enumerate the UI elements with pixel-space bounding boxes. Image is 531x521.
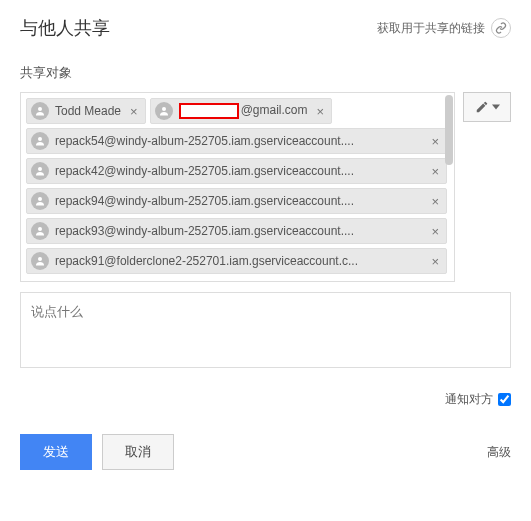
permission-dropdown[interactable]	[463, 92, 511, 122]
remove-chip[interactable]: ×	[314, 104, 328, 119]
notify-checkbox[interactable]	[498, 393, 511, 406]
chip-label: repack42@windy-album-252705.iam.gservice…	[55, 164, 422, 178]
person-icon	[31, 162, 49, 180]
cancel-button[interactable]: 取消	[102, 434, 174, 470]
remove-chip[interactable]: ×	[428, 134, 442, 149]
svg-point-6	[38, 257, 42, 261]
chip-label: Todd Meade	[55, 104, 121, 118]
share-with-label: 共享对象	[20, 64, 511, 82]
person-icon	[31, 222, 49, 240]
remove-chip[interactable]: ×	[428, 194, 442, 209]
person-icon	[155, 102, 173, 120]
notify-label: 通知对方	[445, 391, 493, 408]
caret-down-icon	[492, 103, 500, 111]
remove-chip[interactable]: ×	[428, 254, 442, 269]
person-chip[interactable]: repack91@folderclone2-252701.iam.gservic…	[26, 248, 447, 274]
link-icon	[491, 18, 511, 38]
person-chip[interactable]: repack42@windy-album-252705.iam.gservice…	[26, 158, 447, 184]
pencil-icon	[475, 100, 489, 114]
chip-label: @gmail.com	[179, 103, 308, 119]
people-input[interactable]: Todd Meade×@gmail.com×repack54@windy-alb…	[20, 92, 455, 282]
svg-point-2	[38, 137, 42, 141]
person-chip[interactable]: Todd Meade×	[26, 98, 146, 124]
person-icon	[31, 192, 49, 210]
person-icon	[31, 102, 49, 120]
person-chip[interactable]: @gmail.com×	[150, 98, 332, 124]
chip-label: repack91@folderclone2-252701.iam.gservic…	[55, 254, 422, 268]
chip-label: repack94@windy-album-252705.iam.gservice…	[55, 194, 422, 208]
send-button[interactable]: 发送	[20, 434, 92, 470]
svg-point-5	[38, 227, 42, 231]
remove-chip[interactable]: ×	[127, 104, 141, 119]
svg-point-4	[38, 197, 42, 201]
person-icon	[31, 252, 49, 270]
person-chip[interactable]: repack93@windy-album-252705.iam.gservice…	[26, 218, 447, 244]
svg-point-0	[38, 107, 42, 111]
message-input[interactable]	[20, 292, 511, 368]
dialog-title: 与他人共享	[20, 16, 110, 40]
person-chip[interactable]: repack54@windy-album-252705.iam.gservice…	[26, 128, 447, 154]
remove-chip[interactable]: ×	[428, 224, 442, 239]
redacted-box	[179, 103, 239, 119]
person-chip[interactable]: repack94@windy-album-252705.iam.gservice…	[26, 188, 447, 214]
advanced-link[interactable]: 高级	[487, 444, 511, 461]
svg-point-1	[162, 107, 166, 111]
chip-label: repack54@windy-album-252705.iam.gservice…	[55, 134, 422, 148]
chip-label: repack93@windy-album-252705.iam.gservice…	[55, 224, 422, 238]
scrollbar[interactable]	[445, 95, 453, 165]
remove-chip[interactable]: ×	[428, 164, 442, 179]
svg-point-3	[38, 167, 42, 171]
get-shareable-link[interactable]: 获取用于共享的链接	[377, 18, 511, 38]
get-link-label: 获取用于共享的链接	[377, 20, 485, 37]
person-icon	[31, 132, 49, 150]
